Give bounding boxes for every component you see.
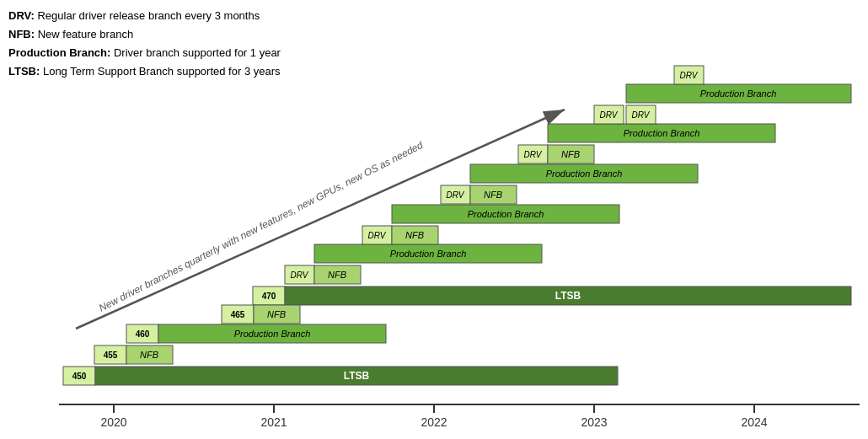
svg-text:470: 470 xyxy=(262,292,276,301)
svg-text:NFB: NFB xyxy=(405,230,424,240)
svg-text:2021: 2021 xyxy=(260,415,287,429)
svg-text:2022: 2022 xyxy=(421,415,447,429)
svg-text:455: 455 xyxy=(104,351,118,360)
svg-text:Production Branch: Production Branch xyxy=(234,329,311,339)
svg-text:450: 450 xyxy=(72,372,87,381)
svg-text:460: 460 xyxy=(136,329,150,339)
svg-text:2024: 2024 xyxy=(741,415,767,429)
svg-text:NFB: NFB xyxy=(267,309,286,319)
svg-text:465: 465 xyxy=(231,310,245,319)
svg-text:DRV: DRV xyxy=(447,190,465,200)
svg-text:Production Branch: Production Branch xyxy=(700,88,777,99)
svg-text:NFB: NFB xyxy=(328,270,346,280)
svg-text:Production Branch: Production Branch xyxy=(468,209,544,219)
svg-text:DRV: DRV xyxy=(632,110,651,120)
svg-text:2023: 2023 xyxy=(581,415,607,429)
svg-text:Production Branch: Production Branch xyxy=(390,249,467,259)
chart-svg: 2020 2021 2022 2023 2024 New driver bran… xyxy=(0,0,868,439)
svg-text:DRV: DRV xyxy=(600,110,619,120)
svg-text:Production Branch: Production Branch xyxy=(624,128,700,138)
svg-text:DRV: DRV xyxy=(524,150,543,159)
svg-text:LTSB: LTSB xyxy=(555,290,581,302)
svg-text:2020: 2020 xyxy=(100,415,126,429)
svg-text:LTSB: LTSB xyxy=(344,370,370,382)
svg-text:Production Branch: Production Branch xyxy=(546,169,623,179)
svg-text:NFB: NFB xyxy=(484,190,502,200)
svg-text:DRV: DRV xyxy=(291,270,309,280)
svg-text:NFB: NFB xyxy=(140,350,158,360)
svg-text:NFB: NFB xyxy=(561,149,580,159)
svg-text:DRV: DRV xyxy=(368,231,387,240)
svg-text:DRV: DRV xyxy=(680,71,699,80)
